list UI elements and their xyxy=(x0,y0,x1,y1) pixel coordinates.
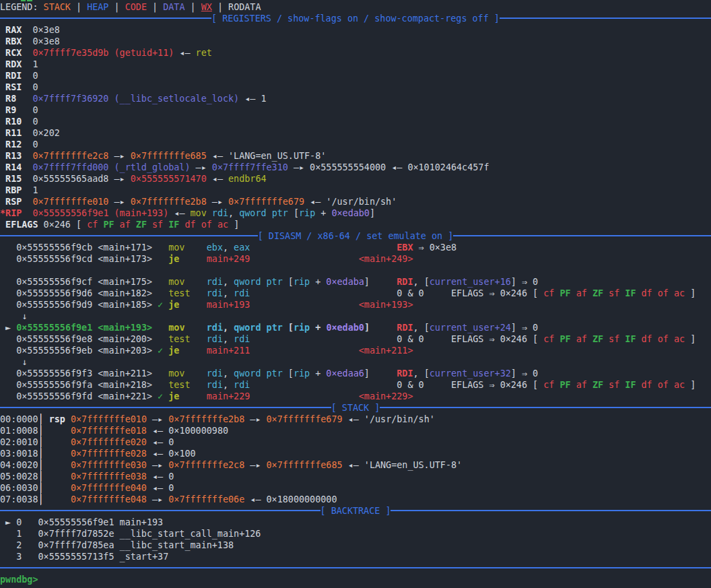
register-row-r10: R10 0 xyxy=(0,116,711,127)
stack-row-07: 07:0038│ 0×7fffffffe048 —▸ 0×7fffffffe06… xyxy=(0,494,711,505)
stack-offset-divider xyxy=(40,414,41,505)
register-row-rbp: RBP 1 xyxy=(0,185,711,196)
registers-header-title: [ REGISTERS / show-flags on / show-compa… xyxy=(211,13,500,24)
taken-branch-check-icon: ✓ xyxy=(158,391,163,401)
taken-branch-check-icon: ✓ xyxy=(158,346,163,356)
backtrace-header-title: [ BACKTRACE ] xyxy=(320,505,391,517)
registers-header: [ REGISTERS / show-flags on / show-compa… xyxy=(0,13,711,24)
disasm-header-title: [ DISASM / x86-64 / set emulate on ] xyxy=(258,230,454,242)
header-line xyxy=(391,505,711,517)
current-frame-marker: ► xyxy=(5,517,11,527)
register-row-r11: R11 0×202 xyxy=(0,127,711,139)
stack-header: [ STACK ] xyxy=(0,402,711,414)
disasm-line-200: 0×55555556f9e8 <main+200> test rdi, rdi … xyxy=(0,333,711,345)
backtrace-frame-3: 3 0×5555555713f5 _start+37 xyxy=(0,551,711,562)
disasm-line-171: 0×55555556f9cb <main+171> mov ebx, eax E… xyxy=(0,242,711,253)
header-line xyxy=(500,13,711,24)
pwndbg-terminal: LEGEND: STACK | HEAP | CODE | DATA | WX … xyxy=(0,0,711,588)
register-row-rsi: RSI 0 xyxy=(0,81,711,93)
register-row-rax: RAX 0×3e8 xyxy=(0,24,711,36)
disasm-line-221: 0×55555556f9fd <main+221> ✓ je main+229 … xyxy=(0,391,711,402)
current-instruction-marker: ► xyxy=(5,323,11,333)
disasm-line-211: 0×55555556f9f3 <main+211> mov rdi, qword… xyxy=(0,368,711,379)
rule-line xyxy=(0,562,711,574)
register-row-r15: R15 0×55555565aad8 —▸ 0×555555571470 ◂— … xyxy=(0,173,711,185)
down-arrow-icon: ↓ xyxy=(0,311,27,321)
backtrace-header: [ BACKTRACE ] xyxy=(0,505,711,517)
register-row-rip: *RIP 0×55555556f9e1 (main+193) ◂— mov rd… xyxy=(0,207,711,219)
disasm-line-173: 0×55555556f9cd <main+173> je main+249 <m… xyxy=(0,253,711,265)
stack-row-02: 02:0010│ 0×7fffffffe020 ◂— 0 xyxy=(0,436,711,448)
stack-row-01: 01:0008│ 0×7fffffffe018 ◂— 0×100000980 xyxy=(0,425,711,436)
stack-row-06: 06:0030│ 0×7fffffffe040 ◂— 0 xyxy=(0,482,711,494)
backtrace-frame-1: 1 0×7ffff7d7852e __libc_start_call_main+… xyxy=(0,528,711,540)
disasm-line-203: 0×55555556f9eb <main+203> ✓ je main+211 … xyxy=(0,345,711,356)
header-line xyxy=(0,230,258,242)
disasm-line-175: 0×55555556f9cf <main+175> mov rdi, qword… xyxy=(0,276,711,288)
backtrace-frame-2: 2 0×7ffff7d785ea __libc_start_main+138 xyxy=(0,540,711,551)
register-row-r13: R13 0×7fffffffe2c8 —▸ 0×7fffffffe685 ◂— … xyxy=(0,150,711,162)
header-line xyxy=(0,402,331,414)
header-line xyxy=(0,13,211,24)
backtrace-frame-0: ► 0 0×55555556f9e1 main+193 xyxy=(0,517,711,528)
blank-line xyxy=(0,265,711,276)
header-line xyxy=(453,230,711,242)
separator-line xyxy=(0,562,711,574)
register-row-r12: R12 0 xyxy=(0,139,711,150)
cutoff-text-fragment xyxy=(21,0,26,1)
register-row-r9: R9 0 xyxy=(0,104,711,116)
disasm-line-185: 0×55555556f9d9 <main+185> ✓ je main+193 … xyxy=(0,299,711,311)
disasm-line-193-current: ► 0×55555556f9e1 <main+193> mov rdi, qwo… xyxy=(0,322,711,333)
down-arrow-icon: ↓ xyxy=(0,357,27,367)
disasm-header: [ DISASM / x86-64 / set emulate on ] xyxy=(0,230,711,242)
fallthrough-arrow: ↓ xyxy=(0,311,711,322)
register-row-rdx: RDX 1 xyxy=(0,59,711,70)
prompt-line[interactable]: pwndbg> xyxy=(0,574,711,585)
prompt-label: pwndbg> xyxy=(0,575,38,585)
register-row-rsp: RSP 0×7fffffffe010 —▸ 0×7fffffffe2b8 —▸ … xyxy=(0,196,711,207)
register-row-r8: R8 0×7ffff7f36920 (__libc_setlocale_lock… xyxy=(0,93,711,104)
fallthrough-arrow: ↓ xyxy=(0,356,711,368)
header-line xyxy=(380,402,711,414)
cutoff-text-fragment xyxy=(27,0,32,1)
stack-row-00: 00:0000│ rsp 0×7fffffffe010 —▸ 0×7ffffff… xyxy=(0,414,711,425)
register-row-rcx: RCX 0×7ffff7e35d9b (getuid+11) ◂— ret xyxy=(0,47,711,59)
register-row-r14: R14 0×7ffff7ffd000 (_rtld_global) —▸ 0×7… xyxy=(0,162,711,173)
disasm-line-218: 0×55555556f9fa <main+218> test rdi, rdi … xyxy=(0,379,711,391)
disasm-line-182: 0×55555556f9d6 <main+182> test rdi, rdi … xyxy=(0,288,711,299)
legend-bar: LEGEND: STACK | HEAP | CODE | DATA | WX … xyxy=(0,1,711,13)
stack-row-05: 05:0028│ 0×7fffffffe038 ◂— 0 xyxy=(0,471,711,482)
register-row-rbx: RBX 0×3e8 xyxy=(0,36,711,47)
stack-header-title: [ STACK ] xyxy=(331,402,380,414)
register-row-eflags: EFLAGS 0×246 [ cf PF af ZF sf IF df of a… xyxy=(0,219,711,230)
header-line xyxy=(0,505,320,517)
stack-row-03: 03:0018│ 0×7fffffffe028 ◂— 0×100 xyxy=(0,448,711,459)
register-row-rdi: RDI 0 xyxy=(0,70,711,81)
taken-branch-check-icon: ✓ xyxy=(158,300,163,310)
stack-row-04: 04:0020│ 0×7fffffffe030 —▸ 0×7fffffffe2c… xyxy=(0,459,711,471)
